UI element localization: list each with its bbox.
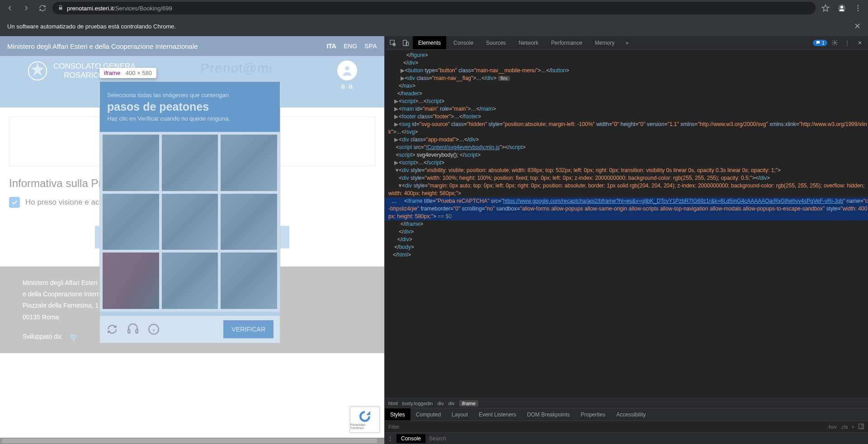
captcha-tile[interactable] [221,194,277,250]
elements-tree[interactable]: </figure> </div> ▶<button type="button" … [385,50,868,398]
captcha-tile[interactable] [162,252,218,309]
menu-icon[interactable] [852,2,864,14]
recaptcha-icon [358,410,372,423]
captcha-tile[interactable] [162,194,218,250]
issues-badge[interactable]: 1 [813,40,827,46]
console-drawer-tab[interactable]: Console [396,434,425,443]
forward-button[interactable] [20,2,33,14]
tab-memory[interactable]: Memory [590,36,620,49]
svg-point-4 [858,10,859,11]
close-icon[interactable]: ✕ [854,21,861,31]
devtools-toolbar: Elements Console Sources Network Perform… [385,36,868,50]
captcha-tile[interactable] [103,135,159,191]
tab-performance[interactable]: Performance [546,36,588,49]
lock-icon [58,5,63,12]
url-path: /Services/Booking/699 [113,5,172,12]
captcha-instruction: Selecciona todas las imágenes que conten… [107,92,273,98]
captcha-tile[interactable] [221,252,277,309]
recaptcha-badge[interactable]: Privacidad · Términos [350,407,380,433]
tooltip-dims: 400 × 580 [126,70,152,76]
tab-elements[interactable]: Elements [413,36,446,49]
back-button[interactable] [4,2,16,14]
svg-point-1 [840,6,843,9]
captcha-footer: VERIFICAR [100,316,280,343]
toggle-pane-icon[interactable] [858,423,864,430]
audio-icon[interactable] [127,323,139,335]
svg-point-14 [834,42,835,44]
tab-event-listeners[interactable]: Event Listeners [473,408,522,421]
crumb-body[interactable]: body.loggedin [402,401,433,406]
profile-icon[interactable] [835,2,848,14]
console-drawer: ⋮ Console [385,432,868,444]
more-tabs-icon[interactable]: » [622,37,632,48]
recaptcha-iframe[interactable]: Selecciona todas las imágenes que conten… [99,81,280,343]
captcha-target: pasos de peatones [107,100,273,113]
reload-icon[interactable] [106,323,118,335]
hov-toggle[interactable]: :hov [827,424,837,430]
reload-button[interactable] [36,2,49,14]
tab-network[interactable]: Network [513,36,544,49]
tab-styles[interactable]: Styles [385,408,410,421]
tab-dom-breakpoints[interactable]: DOM Breakpoints [522,408,576,421]
tab-console[interactable]: Console [448,36,479,49]
automation-banner: Un software automatizado de pruebas está… [0,16,868,36]
kebab-icon[interactable]: ⋮ [842,37,853,48]
svg-rect-15 [859,424,864,429]
verify-button[interactable]: VERIFICAR [223,320,274,338]
close-devtools-icon[interactable]: ✕ [854,37,865,48]
svg-point-2 [858,5,859,6]
crumb-div1[interactable]: div [437,401,443,406]
inspect-element-icon[interactable] [387,37,398,48]
captcha-tile[interactable] [221,135,277,191]
tooltip-tag: iframe [104,70,120,76]
cls-toggle[interactable]: .cls [840,424,848,430]
page-pane: Ministero degli Affari Esteri e della Co… [0,36,384,444]
devtools-pane: Elements Console Sources Network Perform… [384,36,868,444]
add-rule-button[interactable]: + [852,424,854,430]
tab-computed[interactable]: Computed [410,408,446,421]
inspector-tooltip: iframe 400 × 580 [99,68,156,78]
url-host: prenotami.esteri.it [67,5,113,12]
url-bar[interactable]: prenotami.esteri.it/Services/Booking/699 [52,2,816,14]
captcha-grid [100,132,280,312]
recaptcha-terms: Privacidad · Términos [350,423,379,430]
browser-toolbar: prenotami.esteri.it/Services/Booking/699 [0,0,868,16]
automation-banner-text: Un software automatizado de pruebas está… [7,23,176,30]
filter-input[interactable] [388,424,827,430]
device-toggle-icon[interactable] [400,37,411,48]
tab-sources[interactable]: Sources [481,36,511,49]
styles-tabs: Styles Computed Layout Event Listeners D… [385,408,868,421]
gear-icon[interactable] [829,37,840,48]
info-icon[interactable] [148,323,160,335]
captcha-header: Selecciona todas las imágenes que conten… [100,82,280,132]
captcha-tile[interactable] [103,194,159,250]
tab-properties[interactable]: Properties [576,408,611,421]
console-search[interactable] [429,435,865,442]
crumb-div2[interactable]: div [448,401,455,406]
tab-layout[interactable]: Layout [446,408,473,421]
tab-accessibility[interactable]: Accessibility [611,408,651,421]
crumb-iframe[interactable]: iframe [459,400,479,407]
bookmark-icon[interactable] [819,2,832,14]
captcha-tile[interactable] [162,135,218,191]
drawer-kebab-icon[interactable]: ⋮ [387,435,393,442]
styles-filter: :hov .cls + [385,421,868,432]
breadcrumb[interactable]: html body.loggedin div div iframe [385,398,868,408]
crumb-html[interactable]: html [388,401,398,406]
captcha-tile[interactable] [103,252,159,309]
svg-point-3 [858,8,859,9]
captcha-sub: Haz clic en Verificar cuando no quede ni… [107,115,273,122]
